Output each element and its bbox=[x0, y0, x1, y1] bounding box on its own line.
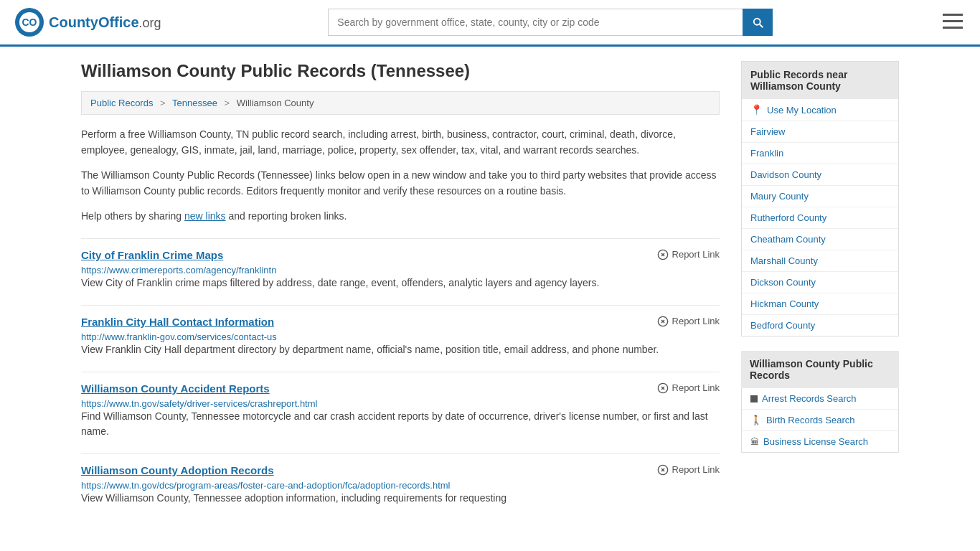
sidebar-dickson-link[interactable]: Dickson County bbox=[750, 277, 890, 288]
birth-records-link[interactable]: Birth Records Search bbox=[766, 415, 855, 425]
list-item[interactable]: Arrest Records Search bbox=[742, 388, 898, 410]
record-title[interactable]: Williamson County Adoption Records bbox=[81, 464, 273, 476]
record-header: Williamson County Accident Reports Repor… bbox=[81, 382, 720, 395]
location-pin-icon: 📍 bbox=[750, 104, 763, 116]
description-3: Help others by sharing new links and rep… bbox=[81, 208, 720, 224]
sidebar-nearby-title: Public Records near Williamson County bbox=[742, 62, 898, 99]
record-title[interactable]: City of Franklin Crime Maps bbox=[81, 249, 223, 261]
logo-icon: CO bbox=[14, 7, 44, 37]
record-url[interactable]: https://www.tn.gov/dcs/program-areas/fos… bbox=[81, 480, 450, 491]
report-link-button[interactable]: Report Link bbox=[657, 464, 720, 476]
record-entry: Williamson County Accident Reports Repor… bbox=[81, 372, 720, 439]
breadcrumb-county: Williamson County bbox=[237, 98, 314, 108]
list-item[interactable]: Cheatham County bbox=[742, 229, 898, 250]
list-item[interactable]: Rutherford County bbox=[742, 207, 898, 229]
record-desc: View Williamson County, Tennessee adopti… bbox=[81, 491, 720, 506]
sidebar-davidson-link[interactable]: Davidson County bbox=[750, 169, 890, 180]
building-icon: 🏛 bbox=[750, 437, 759, 447]
hamburger-icon bbox=[943, 14, 963, 29]
svg-rect-3 bbox=[943, 14, 963, 16]
header: CO CountyOffice.org bbox=[0, 0, 980, 47]
description-1: Perform a free Williamson County, TN pub… bbox=[81, 126, 720, 159]
sidebar-fairview-link[interactable]: Fairview bbox=[750, 126, 890, 137]
new-links-link[interactable]: new links bbox=[184, 210, 226, 222]
breadcrumb-public-records[interactable]: Public Records bbox=[90, 98, 153, 108]
sidebar-bedford-link[interactable]: Bedford County bbox=[750, 320, 890, 331]
sidebar-cheatham-link[interactable]: Cheatham County bbox=[750, 234, 890, 245]
report-link-button[interactable]: Report Link bbox=[657, 249, 720, 260]
list-item[interactable]: Marshall County bbox=[742, 250, 898, 272]
logo-area: CO CountyOffice.org bbox=[14, 7, 161, 37]
list-item[interactable]: Fairview bbox=[742, 121, 898, 143]
content: Williamson County Public Records (Tennes… bbox=[81, 61, 720, 506]
record-entry: Williamson County Adoption Records Repor… bbox=[81, 453, 720, 506]
record-entry: Franklin City Hall Contact Information R… bbox=[81, 305, 720, 357]
breadcrumb-sep-2: > bbox=[225, 98, 230, 108]
description-2: The Williamson County Public Records (Te… bbox=[81, 167, 720, 199]
svg-rect-4 bbox=[943, 20, 963, 22]
sidebar: Public Records near Williamson County 📍 … bbox=[741, 61, 899, 506]
sidebar-franklin-link[interactable]: Franklin bbox=[750, 148, 890, 159]
record-desc: Find Williamson County, Tennessee motorc… bbox=[81, 409, 720, 439]
records-list: City of Franklin Crime Maps Report Link … bbox=[81, 238, 720, 506]
breadcrumb: Public Records > Tennessee > Williamson … bbox=[81, 91, 720, 115]
record-desc: View City of Franklin crime maps filtere… bbox=[81, 276, 720, 291]
business-license-link[interactable]: Business License Search bbox=[763, 436, 868, 447]
record-entry: City of Franklin Crime Maps Report Link … bbox=[81, 238, 720, 291]
list-item[interactable]: 🏛 Business License Search bbox=[742, 431, 898, 452]
record-url[interactable]: http://www.franklin-gov.com/services/con… bbox=[81, 331, 277, 342]
breadcrumb-sep-1: > bbox=[160, 98, 166, 108]
record-header: Franklin City Hall Contact Information R… bbox=[81, 316, 720, 328]
report-icon bbox=[657, 382, 669, 394]
page-title: Williamson County Public Records (Tennes… bbox=[81, 61, 720, 81]
person-icon: 🚶 bbox=[750, 415, 762, 425]
arrest-records-link[interactable]: Arrest Records Search bbox=[762, 393, 857, 404]
list-item[interactable]: 🚶 Birth Records Search bbox=[742, 410, 898, 431]
sidebar-public-records-section: Williamson County Public Records Arrest … bbox=[741, 351, 899, 453]
use-my-location-link[interactable]: 📍 Use My Location bbox=[750, 104, 890, 116]
search-icon bbox=[751, 16, 764, 29]
list-item[interactable]: Dickson County bbox=[742, 272, 898, 293]
sidebar-item-use-location[interactable]: 📍 Use My Location bbox=[742, 99, 898, 121]
record-desc: View Franklin City Hall department direc… bbox=[81, 342, 720, 357]
sidebar-public-records-list: Arrest Records Search 🚶 Birth Records Se… bbox=[741, 388, 899, 453]
sidebar-marshall-link[interactable]: Marshall County bbox=[750, 255, 890, 266]
report-link-button[interactable]: Report Link bbox=[657, 382, 720, 394]
sidebar-rutherford-link[interactable]: Rutherford County bbox=[750, 212, 890, 223]
square-icon bbox=[750, 395, 758, 402]
list-item[interactable]: Davidson County bbox=[742, 164, 898, 186]
record-title[interactable]: Franklin City Hall Contact Information bbox=[81, 316, 274, 328]
record-url[interactable]: https://www.crimereports.com/agency/fran… bbox=[81, 265, 276, 276]
record-header: Williamson County Adoption Records Repor… bbox=[81, 464, 720, 476]
menu-button[interactable] bbox=[940, 11, 966, 34]
sidebar-nearby-section: Public Records near Williamson County 📍 … bbox=[741, 61, 899, 336]
svg-text:CO: CO bbox=[22, 17, 37, 28]
sidebar-public-records-title: Williamson County Public Records bbox=[741, 351, 899, 388]
sidebar-maury-link[interactable]: Maury County bbox=[750, 191, 890, 202]
report-icon bbox=[657, 316, 669, 327]
main-container: Williamson County Public Records (Tennes… bbox=[67, 61, 913, 506]
search-area bbox=[328, 9, 773, 36]
svg-rect-5 bbox=[943, 27, 963, 29]
search-input[interactable] bbox=[328, 9, 743, 36]
report-icon bbox=[657, 464, 669, 476]
list-item[interactable]: Franklin bbox=[742, 143, 898, 164]
report-link-button[interactable]: Report Link bbox=[657, 316, 720, 327]
report-icon bbox=[657, 249, 669, 260]
search-button[interactable] bbox=[743, 9, 773, 36]
sidebar-nearby-list: 📍 Use My Location Fairview Franklin Davi… bbox=[742, 99, 898, 336]
breadcrumb-tennessee[interactable]: Tennessee bbox=[172, 98, 217, 108]
record-header: City of Franklin Crime Maps Report Link bbox=[81, 249, 720, 261]
logo-text: CountyOffice.org bbox=[49, 14, 161, 31]
list-item[interactable]: Bedford County bbox=[742, 315, 898, 336]
record-url[interactable]: https://www.tn.gov/safety/driver-service… bbox=[81, 398, 317, 409]
record-title[interactable]: Williamson County Accident Reports bbox=[81, 382, 270, 395]
list-item[interactable]: Maury County bbox=[742, 186, 898, 207]
list-item[interactable]: Hickman County bbox=[742, 293, 898, 315]
sidebar-hickman-link[interactable]: Hickman County bbox=[750, 298, 890, 309]
